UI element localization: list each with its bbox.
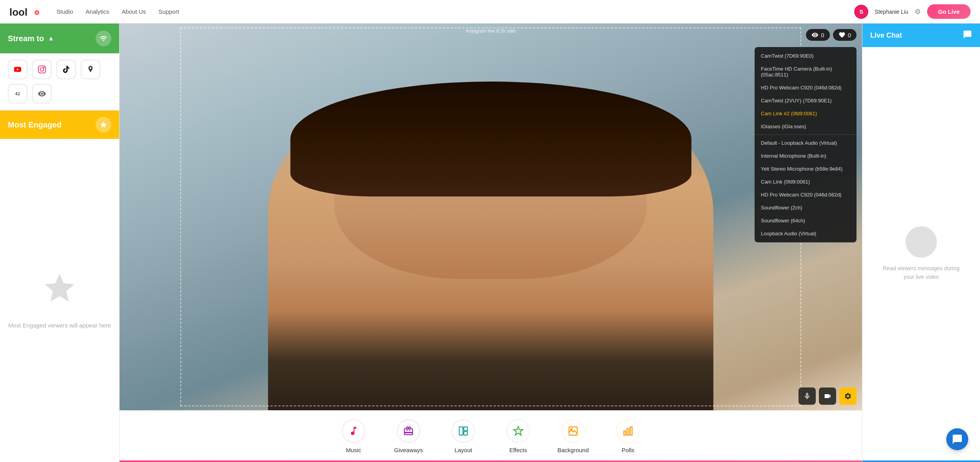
like-count: 0 xyxy=(833,29,857,41)
main-layout: Stream to ▲ 42 xyxy=(0,24,980,462)
big-star-icon xyxy=(42,271,77,313)
chat-empty-text: Read viewers messages during your live v… xyxy=(878,264,964,282)
video-stats: 0 0 xyxy=(806,29,857,41)
platform-eye[interactable] xyxy=(32,84,52,104)
svg-rect-6 xyxy=(459,427,463,435)
svg-rect-13 xyxy=(630,427,632,435)
audio-soundflower64[interactable]: Soundflower (64ch) xyxy=(755,214,857,227)
effects-icon xyxy=(506,419,530,443)
giveaways-label: Giveaways xyxy=(394,447,423,453)
svg-rect-11 xyxy=(624,431,626,435)
blue-bar xyxy=(862,460,980,462)
most-engaged-description: Most Engaged viewers will appear here xyxy=(8,321,111,330)
chat-empty-state: Read viewers messages during your live v… xyxy=(862,47,980,460)
layout-icon xyxy=(452,419,475,443)
chevron-up-icon: ▲ xyxy=(48,35,54,42)
platform-icons: 42 xyxy=(0,53,119,111)
svg-point-2 xyxy=(36,11,38,14)
left-sidebar: Stream to ▲ 42 xyxy=(0,24,120,462)
svg-rect-8 xyxy=(464,431,467,435)
chat-bubble-button[interactable] xyxy=(946,428,968,450)
tool-layout[interactable]: Layout xyxy=(448,419,479,453)
background-label: Background xyxy=(557,447,589,453)
nav-links: Studio Analytics About Us Support xyxy=(56,8,854,15)
tool-background[interactable]: Background xyxy=(557,419,589,453)
nav-analytics[interactable]: Analytics xyxy=(86,8,109,15)
cam-option-iglasses[interactable]: iGlasses (iGla:sses) xyxy=(755,120,857,133)
cam-option-facetime[interactable]: FaceTime HD Camera (Built-in)(05ac:8511) xyxy=(755,62,857,81)
audio-loopback[interactable]: Default - Loopback Audio (Virtual) xyxy=(755,136,857,149)
svg-text:lool: lool xyxy=(9,6,27,18)
platform-instagram[interactable] xyxy=(32,60,52,79)
video-container: instagram live 9:16 ratio 0 0 CamTwist (… xyxy=(120,24,862,410)
pink-bar xyxy=(120,460,862,462)
svg-point-4 xyxy=(40,67,44,71)
logo: lool xyxy=(9,5,41,18)
audio-yeti[interactable]: Yeti Stereo Microphone (b58e:9e84) xyxy=(755,162,857,175)
cam-option-camlink2[interactable]: Cam Link #2 (0fd9:0061) xyxy=(755,107,857,120)
background-icon xyxy=(561,419,585,443)
platform-restream[interactable]: 42 xyxy=(8,84,27,104)
right-sidebar: Live Chat Read viewers messages during y… xyxy=(862,24,980,462)
svg-rect-12 xyxy=(627,429,629,435)
polls-label: Polls xyxy=(622,447,635,453)
music-label: Music xyxy=(346,447,361,453)
most-engaged-content: Most Engaged viewers will appear here xyxy=(0,139,119,462)
cam-option-camtwist2[interactable]: CamTwist (2VUY) (7D69:90E1) xyxy=(755,94,857,107)
audio-soundflower2[interactable]: Soundflower (2ch) xyxy=(755,201,857,214)
view-count-value: 0 xyxy=(821,32,824,38)
video-controls xyxy=(799,387,857,405)
nav-about[interactable]: About Us xyxy=(122,8,146,15)
center-area: instagram live 9:16 ratio 0 0 CamTwist (… xyxy=(120,24,862,462)
tool-effects[interactable]: Effects xyxy=(503,419,534,453)
tool-music[interactable]: Music xyxy=(338,419,369,453)
stream-to-left: Stream to ▲ xyxy=(8,34,54,43)
camera-button[interactable] xyxy=(819,387,836,405)
go-live-button[interactable]: Go Live xyxy=(927,4,971,19)
most-engaged-label: Most Engaged xyxy=(8,120,62,129)
stream-to-label: Stream to xyxy=(8,34,44,43)
chat-icon[interactable] xyxy=(963,30,972,41)
nav-support[interactable]: Support xyxy=(158,8,179,15)
view-count: 0 xyxy=(806,29,829,41)
polls-icon xyxy=(616,419,640,443)
nav-studio[interactable]: Studio xyxy=(56,8,73,15)
cam-option-camtwist1[interactable]: CamTwist (7D69:90E0) xyxy=(755,49,857,62)
camera-dropdown: CamTwist (7D69:90E0) FaceTime HD Camera … xyxy=(755,47,857,242)
audio-hd920[interactable]: HD Pro Webcam C920 (046d:082d) xyxy=(755,188,857,201)
wifi-icon[interactable] xyxy=(96,31,111,46)
platform-tiktok[interactable] xyxy=(56,60,76,79)
live-chat-header: Live Chat xyxy=(862,24,980,47)
layout-label: Layout xyxy=(454,447,472,453)
audio-camlink[interactable]: Cam Link (0fd9:0061) xyxy=(755,175,857,188)
platform-youtube[interactable] xyxy=(8,60,27,79)
cam-option-hd920[interactable]: HD Pro Webcam C920 (046d:082d) xyxy=(755,81,857,94)
svg-point-10 xyxy=(571,429,572,430)
music-icon xyxy=(342,419,365,443)
platform-periscope[interactable] xyxy=(81,60,100,79)
live-chat-label: Live Chat xyxy=(870,31,902,40)
giveaways-icon xyxy=(397,419,420,443)
bottom-toolbar: Music Giveaways Layout Effects xyxy=(120,410,862,460)
stream-to-header[interactable]: Stream to ▲ xyxy=(0,24,119,53)
top-nav: lool Studio Analytics About Us Support S… xyxy=(0,0,980,24)
avatar: S xyxy=(854,5,868,19)
like-count-value: 0 xyxy=(848,32,851,38)
chat-avatar-placeholder xyxy=(906,226,937,258)
tool-giveaways[interactable]: Giveaways xyxy=(393,419,424,453)
nav-right: S Stephanie Liu ⚙ Go Live xyxy=(854,4,971,19)
svg-point-5 xyxy=(44,67,44,68)
tool-polls[interactable]: Polls xyxy=(612,419,644,453)
cam-separator xyxy=(755,135,857,135)
settings-button[interactable] xyxy=(839,387,857,405)
user-name: Stephanie Liu xyxy=(875,9,908,15)
most-engaged-header[interactable]: Most Engaged xyxy=(0,111,119,139)
effects-label: Effects xyxy=(509,447,527,453)
gear-icon[interactable]: ⚙ xyxy=(915,7,921,16)
audio-loopback2[interactable]: Loopback Audio (Virtual) xyxy=(755,227,857,240)
audio-internal[interactable]: Internal Microphone (Built-in) xyxy=(755,149,857,162)
star-icon xyxy=(96,117,111,133)
svg-rect-3 xyxy=(38,66,45,73)
microphone-button[interactable] xyxy=(799,387,816,405)
svg-rect-7 xyxy=(464,427,467,431)
